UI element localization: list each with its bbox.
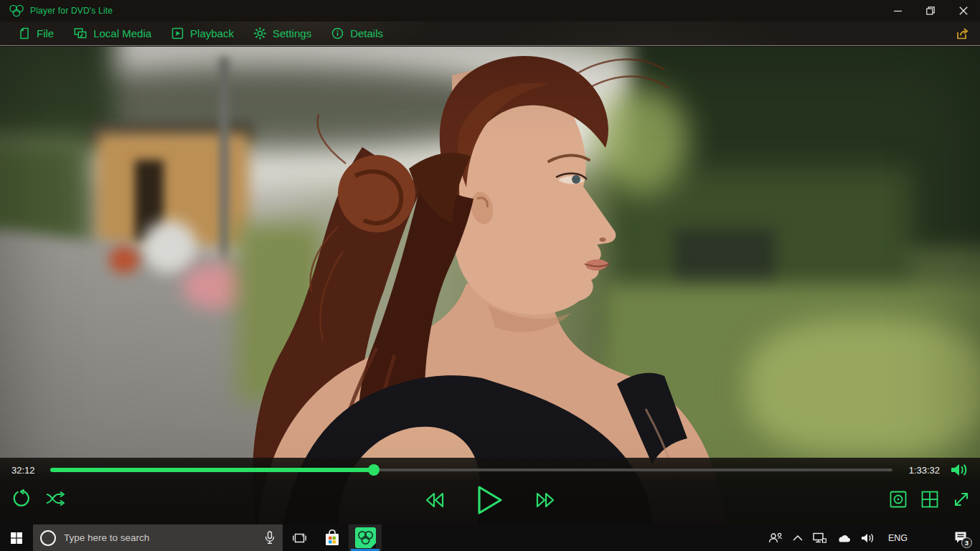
menu-details[interactable]: Details: [321, 22, 393, 45]
notification-badge: 3: [961, 537, 972, 548]
menu-local-media[interactable]: Local Media: [64, 22, 161, 45]
rewind-button[interactable]: [423, 491, 446, 509]
fast-forward-button[interactable]: [534, 491, 557, 509]
seek-row: 32:12 1:33:32: [0, 458, 980, 482]
menu-playback[interactable]: Playback: [161, 22, 244, 45]
file-icon: [19, 27, 30, 39]
language-indicator[interactable]: ENG: [880, 524, 916, 551]
shuffle-icon: [46, 491, 66, 507]
video-frame[interactable]: 32:12 1:33:32: [0, 47, 980, 524]
disc-icon: [890, 491, 907, 508]
repeat-icon: [11, 489, 30, 508]
task-view-icon: [293, 532, 306, 544]
play-button[interactable]: [475, 484, 505, 517]
dvd-player-app-icon: [355, 527, 376, 548]
network-icon: [813, 532, 826, 544]
total-duration: 1:33:32: [903, 465, 940, 476]
task-view-button[interactable]: [283, 524, 316, 551]
network-button[interactable]: [808, 524, 831, 551]
window-title: Player for DVD's Lite: [30, 6, 113, 16]
store-icon: [324, 529, 340, 547]
fullscreen-icon: [953, 491, 970, 508]
action-center-button[interactable]: 3: [948, 524, 976, 551]
rewind-icon: [423, 491, 446, 509]
volume-icon: [950, 462, 969, 478]
repeat-button[interactable]: [11, 489, 30, 508]
menu-details-label: Details: [350, 27, 383, 39]
microphone-icon[interactable]: [264, 531, 275, 545]
caption-buttons: [881, 0, 980, 22]
taskbar-app-player-for-dvds[interactable]: [349, 524, 382, 551]
taskbar: ENG 3: [0, 524, 980, 551]
red-object: [109, 246, 139, 273]
video-subject-woman: [215, 47, 760, 524]
grid-view-button[interactable]: [921, 491, 938, 508]
tray-volume-button[interactable]: [856, 524, 880, 551]
volume-button[interactable]: [950, 462, 969, 478]
seek-bar[interactable]: [50, 465, 892, 475]
menu-local-media-label: Local Media: [93, 27, 151, 39]
grass-right-light: [746, 319, 980, 456]
onedrive-button[interactable]: [831, 524, 856, 551]
hidden-icons-button[interactable]: [788, 524, 808, 551]
menu-settings-label: Settings: [273, 27, 311, 39]
progress-fill: [50, 468, 374, 472]
menu-bar: File Local Media Playback: [0, 22, 980, 46]
button-row: [0, 482, 980, 524]
grid-icon: [921, 491, 938, 508]
shuffle-button[interactable]: [46, 491, 66, 507]
fast-forward-icon: [534, 491, 557, 509]
share-button[interactable]: [951, 24, 973, 44]
windows-logo-icon: [11, 532, 22, 544]
speaker-icon: [861, 532, 875, 544]
system-tray: ENG 3: [763, 524, 980, 551]
share-icon: [955, 27, 969, 41]
app-window: Player for DVD's Lite File: [0, 0, 980, 551]
fullscreen-button[interactable]: [953, 491, 970, 508]
microsoft-store-button[interactable]: [316, 524, 349, 551]
close-button[interactable]: [947, 0, 980, 22]
chevron-up-icon: [793, 534, 803, 541]
gear-icon: [254, 27, 266, 39]
elapsed-time: 32:12: [11, 465, 40, 476]
title-bar: Player for DVD's Lite: [0, 0, 980, 22]
people-button[interactable]: [763, 524, 788, 551]
menu-settings[interactable]: Settings: [244, 22, 321, 45]
play-icon: [475, 484, 505, 517]
taskbar-search[interactable]: [33, 524, 283, 551]
restore-button[interactable]: [914, 0, 947, 22]
playback-icon: [171, 27, 184, 39]
app-logo-icon: [9, 4, 24, 18]
info-icon: [331, 27, 344, 39]
search-input[interactable]: [64, 532, 260, 543]
minimize-button[interactable]: [881, 0, 914, 22]
menu-file[interactable]: File: [9, 22, 64, 45]
cortana-icon: [40, 530, 56, 546]
dvd-menu-button[interactable]: [890, 491, 907, 508]
start-button[interactable]: [0, 524, 33, 551]
people-icon: [768, 532, 783, 544]
seek-thumb[interactable]: [368, 464, 380, 476]
menu-file-label: File: [37, 27, 54, 39]
local-media-icon: [74, 27, 87, 39]
white-sign: [142, 220, 197, 273]
menu-playback-label: Playback: [190, 27, 234, 39]
playback-controls-bar: 32:12 1:33:32: [0, 458, 980, 524]
cloud-icon: [837, 533, 851, 543]
